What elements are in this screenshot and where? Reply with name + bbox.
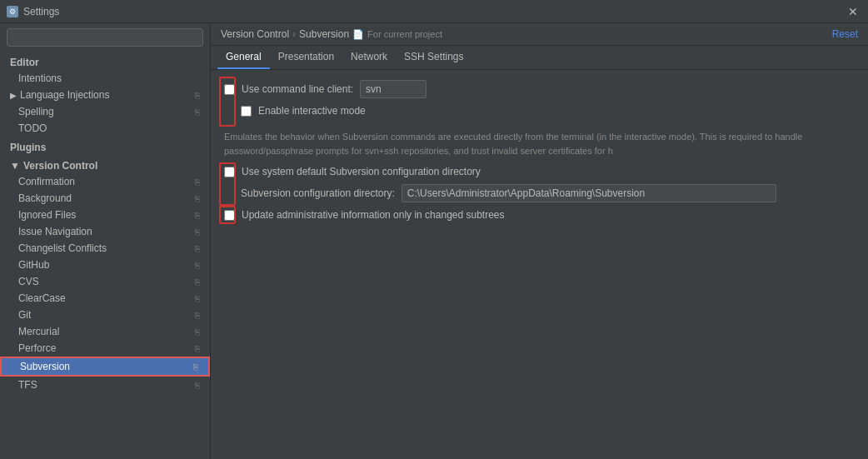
background-label: Background bbox=[18, 192, 72, 204]
config-dir-row: Subversion configuration directory: bbox=[241, 184, 855, 202]
copy-icon: ⎘ bbox=[195, 344, 200, 353]
settings-content: Use command line client: Enable interact… bbox=[211, 70, 868, 459]
tab-general[interactable]: General bbox=[217, 46, 270, 69]
sidebar-item-github[interactable]: GitHub ⎘ bbox=[0, 257, 210, 273]
git-label: Git bbox=[18, 309, 31, 321]
sidebar-item-issue-navigation[interactable]: Issue Navigation ⎘ bbox=[0, 223, 210, 240]
copy-icon: ⎘ bbox=[195, 327, 200, 337]
settings-window: ⚙ Settings ✕ Editor Intentions ▶ Languag… bbox=[0, 0, 868, 459]
changelist-label: Changelist Conflicts bbox=[18, 242, 107, 254]
update-admin-row: Update administrative information only i… bbox=[224, 209, 855, 221]
settings-icon: ⚙ bbox=[7, 6, 18, 17]
sidebar-item-clearcase[interactable]: ClearCase ⎘ bbox=[0, 290, 210, 307]
copy-icon: ⎘ bbox=[195, 277, 200, 287]
tabs-bar: General Presentation Network SSH Setting… bbox=[211, 46, 868, 70]
copy-icon: ⎘ bbox=[195, 91, 200, 100]
copy-icon: ⎘ bbox=[195, 227, 200, 237]
editor-section-header: Editor bbox=[0, 52, 210, 70]
ignored-files-label: Ignored Files bbox=[18, 209, 76, 221]
sidebar-item-spelling[interactable]: Spelling ⎘ bbox=[0, 103, 210, 120]
sidebar-item-tfs[interactable]: TFS ⎘ bbox=[0, 377, 210, 393]
config-dir-input[interactable] bbox=[402, 184, 776, 202]
sys-default-label: Use system default Subversion configurat… bbox=[242, 166, 481, 177]
copy-icon: ⎘ bbox=[195, 311, 200, 320]
copy-icon-subversion: ⎘ bbox=[193, 362, 198, 372]
update-admin-checkbox[interactable] bbox=[224, 210, 235, 221]
expand-icon: ▶ bbox=[10, 91, 17, 100]
interactive-mode-row: Enable interactive mode bbox=[241, 105, 427, 117]
spelling-label: Spelling bbox=[18, 106, 54, 117]
sidebar-item-todo[interactable]: TODO bbox=[0, 120, 210, 137]
config-dir-label: Subversion configuration directory: bbox=[241, 187, 395, 199]
sys-default-group: Use system default Subversion configurat… bbox=[224, 166, 855, 202]
interactive-mode-checkbox[interactable] bbox=[241, 106, 252, 117]
tab-presentation[interactable]: Presentation bbox=[270, 46, 342, 69]
cvs-label: CVS bbox=[18, 276, 39, 287]
main-content: Editor Intentions ▶ Language Injections … bbox=[0, 23, 868, 459]
sys-default-row: Use system default Subversion configurat… bbox=[224, 166, 855, 177]
sidebar-item-git[interactable]: Git ⎘ bbox=[0, 307, 210, 323]
sidebar-item-perforce[interactable]: Perforce ⎘ bbox=[0, 340, 210, 357]
sidebar-item-intentions[interactable]: Intentions bbox=[0, 70, 210, 87]
breadcrumb-separator: › bbox=[292, 28, 296, 40]
title-bar-left: ⚙ Settings bbox=[7, 6, 59, 17]
panel-header: Version Control › Subversion 📄 For curre… bbox=[211, 23, 868, 46]
issue-nav-label: Issue Navigation bbox=[18, 226, 92, 237]
cmd-client-label: Use command line client: bbox=[242, 83, 353, 95]
update-admin-group: Update administrative information only i… bbox=[224, 209, 855, 221]
update-admin-label: Update administrative information only i… bbox=[242, 209, 505, 221]
breadcrumb-part1: Version Control bbox=[221, 28, 289, 40]
close-button[interactable]: ✕ bbox=[845, 5, 861, 18]
sidebar-item-changelist-conflicts[interactable]: Changelist Conflicts ⎘ bbox=[0, 240, 210, 257]
github-label: GitHub bbox=[18, 259, 49, 271]
mercurial-label: Mercurial bbox=[18, 326, 59, 337]
clearcase-label: ClearCase bbox=[18, 292, 66, 304]
copy-icon: ⎘ bbox=[195, 381, 200, 390]
tab-ssh-settings[interactable]: SSH Settings bbox=[396, 46, 471, 69]
subversion-label: Subversion bbox=[20, 361, 70, 372]
sidebar-item-background[interactable]: Background ⎘ bbox=[0, 190, 210, 207]
copy-icon: ⎘ bbox=[195, 244, 200, 253]
sidebar-item-language-injections[interactable]: ▶ Language Injections ⎘ bbox=[0, 87, 210, 103]
tfs-label: TFS bbox=[18, 379, 37, 391]
search-input[interactable] bbox=[7, 28, 203, 47]
breadcrumb-part2: Subversion bbox=[299, 28, 349, 40]
interactive-mode-label: Enable interactive mode bbox=[258, 105, 366, 117]
copy-icon: ⎘ bbox=[195, 107, 200, 117]
todo-label: TODO bbox=[18, 122, 47, 134]
window-title: Settings bbox=[23, 6, 59, 17]
copy-icon: ⎘ bbox=[195, 261, 200, 270]
lang-injections-label: Language Injections bbox=[20, 89, 109, 101]
copy-icon: ⎘ bbox=[195, 211, 200, 220]
intentions-label: Intentions bbox=[18, 72, 62, 84]
cmd-client-row: Use command line client: bbox=[224, 80, 427, 98]
perforce-label: Perforce bbox=[18, 342, 56, 354]
vc-label: Version Control bbox=[23, 160, 97, 172]
vc-section-header: ▼ Version Control bbox=[0, 155, 210, 173]
vc-expand-arrow: ▼ bbox=[10, 160, 20, 172]
sidebar-item-confirmation[interactable]: Confirmation ⎘ bbox=[0, 173, 210, 190]
title-bar: ⚙ Settings ✕ bbox=[0, 0, 868, 23]
sidebar-item-ignored-files[interactable]: Ignored Files ⎘ bbox=[0, 207, 210, 223]
copy-icon: ⎘ bbox=[195, 177, 200, 187]
cmd-client-input[interactable] bbox=[360, 80, 427, 98]
checkbox-group: Use command line client: Enable interact… bbox=[224, 80, 427, 123]
cmd-client-checkbox[interactable] bbox=[224, 84, 235, 95]
copy-icon: ⎘ bbox=[195, 194, 200, 203]
project-icon: 📄 bbox=[352, 29, 364, 40]
right-panel: Version Control › Subversion 📄 For curre… bbox=[211, 23, 868, 459]
reset-button[interactable]: Reset bbox=[832, 28, 858, 40]
sidebar-item-cvs[interactable]: CVS ⎘ bbox=[0, 273, 210, 290]
confirmation-label: Confirmation bbox=[18, 176, 75, 187]
project-label: For current project bbox=[367, 29, 442, 39]
sidebar-item-mercurial[interactable]: Mercurial ⎘ bbox=[0, 323, 210, 340]
plugins-section-header: Plugins bbox=[0, 137, 210, 155]
sys-default-checkbox[interactable] bbox=[224, 167, 235, 177]
info-text: Emulates the behavior when Subversion co… bbox=[224, 130, 855, 157]
breadcrumb: Version Control › Subversion 📄 For curre… bbox=[221, 28, 442, 40]
copy-icon: ⎘ bbox=[195, 294, 200, 303]
tab-network[interactable]: Network bbox=[342, 46, 396, 69]
breadcrumb-project: 📄 For current project bbox=[352, 29, 442, 40]
sidebar-item-subversion[interactable]: Subversion ⎘ bbox=[0, 357, 210, 377]
sidebar: Editor Intentions ▶ Language Injections … bbox=[0, 23, 211, 459]
